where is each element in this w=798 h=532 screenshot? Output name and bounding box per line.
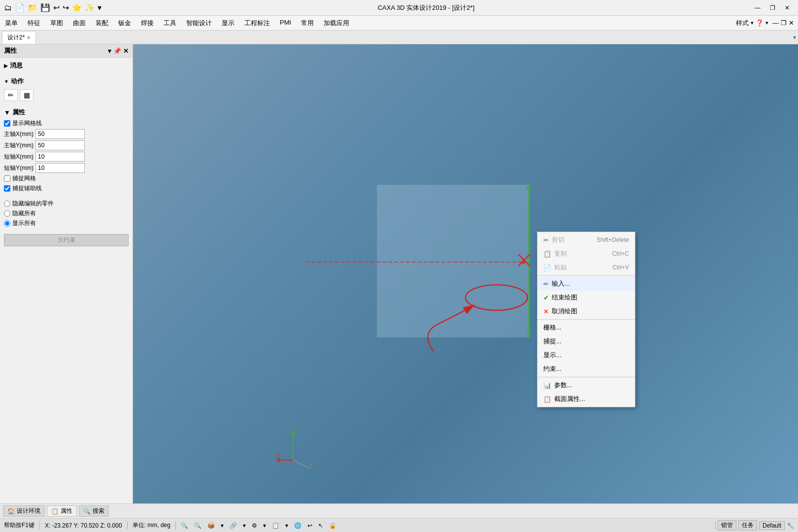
new-icon[interactable]: 📄: [15, 3, 25, 12]
ctx-sep3: [537, 377, 635, 377]
messages-label: 消息: [10, 61, 23, 70]
view-icon8[interactable]: ▾: [285, 522, 288, 529]
ctx-paste[interactable]: 📄 粘贴 Ctrl+V: [537, 261, 635, 274]
redo-icon[interactable]: ↪: [63, 3, 69, 12]
open-icon[interactable]: 📁: [28, 3, 37, 12]
ctx-params[interactable]: 📊 参数...: [537, 378, 635, 392]
left-panel: 属性 ▾ 📌 ✕ ▶ 消息 ▼ 动作 ✏ ▦: [0, 44, 133, 503]
dropdown-icon[interactable]: ▾: [98, 3, 101, 12]
tab-properties[interactable]: 📋 属性: [47, 505, 77, 517]
ctx-input[interactable]: ✏ 输入...: [537, 277, 635, 291]
tab-arrow-icon[interactable]: ▾: [793, 34, 796, 41]
cursor-icon[interactable]: ↖: [318, 522, 323, 529]
search-tab-icon: 🔍: [83, 508, 91, 515]
menu-hanjie[interactable]: 焊接: [136, 17, 159, 30]
menu-gongchibiaozhu[interactable]: 工程标注: [239, 17, 275, 30]
ctx-sep2: [537, 319, 635, 320]
ctx-constraint[interactable]: 约束...: [537, 362, 635, 376]
menu-caidan[interactable]: 菜单: [0, 17, 23, 30]
menu-caotu[interactable]: 草图: [45, 17, 68, 30]
view-icon5[interactable]: ⚙: [252, 522, 257, 529]
svg-text:Y: Y: [295, 426, 299, 433]
grid-action-icon[interactable]: ▦: [20, 89, 33, 101]
menu-qumian[interactable]: 曲面: [68, 17, 91, 30]
actions-header[interactable]: ▼ 动作: [0, 75, 133, 87]
tb-close-button[interactable]: ✕: [789, 19, 794, 27]
help-icon[interactable]: ❓: [756, 19, 764, 27]
help-dropdown-icon[interactable]: ▾: [765, 20, 768, 26]
ctx-display[interactable]: 显示...: [537, 348, 635, 362]
zoom-out-icon[interactable]: 🔍: [194, 522, 201, 529]
star-icon[interactable]: ⭐: [72, 3, 82, 12]
ctx-cut[interactable]: ✂ 剪切 Shift+Delete: [537, 233, 635, 247]
menu-tezheng[interactable]: 特征: [23, 17, 45, 30]
menu-changyong[interactable]: 常用: [296, 17, 319, 30]
constraint-button[interactable]: 欠约束: [4, 234, 129, 246]
show-all-radio[interactable]: [4, 220, 10, 227]
panel-dropdown-icon[interactable]: ▾: [108, 47, 111, 55]
menu-pmi[interactable]: PMI: [275, 17, 296, 30]
major-y-input[interactable]: [35, 140, 85, 150]
tb-minimize-button[interactable]: —: [772, 19, 779, 27]
menu-zhuangpei[interactable]: 装配: [91, 17, 113, 30]
minor-x-input[interactable]: [35, 152, 85, 162]
major-x-input[interactable]: [35, 129, 85, 139]
panel-pin-icon[interactable]: 📌: [113, 47, 121, 55]
save-icon[interactable]: 💾: [40, 3, 50, 12]
close-button[interactable]: ✕: [780, 2, 794, 13]
view-icon1[interactable]: 📦: [207, 522, 215, 529]
view-icon10[interactable]: ↩: [307, 522, 312, 529]
undo-icon[interactable]: ↩: [53, 3, 60, 12]
view-icon7[interactable]: 📋: [272, 522, 279, 529]
view-icon3[interactable]: 🔗: [230, 522, 237, 529]
ctx-cancel-sketch[interactable]: ✕ 取消绘图: [537, 304, 635, 318]
tab-design2[interactable]: 设计2* ✕: [2, 31, 36, 44]
ctx-grid[interactable]: 栅格...: [537, 321, 635, 334]
hide-editing-radio[interactable]: [4, 200, 10, 207]
minor-y-row: 短轴Y(mm): [4, 163, 129, 173]
lock-icon[interactable]: 🔒: [329, 522, 336, 529]
view-icon9[interactable]: 🌐: [294, 522, 301, 529]
ctx-snap[interactable]: 捕捉...: [537, 334, 635, 348]
ctx-section[interactable]: 📋 截面属性...: [537, 392, 635, 406]
show-grid-checkbox[interactable]: [4, 120, 10, 127]
messages-header[interactable]: ▶ 消息: [0, 60, 133, 71]
style-label[interactable]: 样式: [736, 19, 749, 28]
snap-guide-checkbox[interactable]: [4, 185, 10, 192]
lock-btn[interactable]: 锁管: [718, 520, 736, 531]
sparkle-icon[interactable]: ✨: [85, 3, 95, 12]
file-icon[interactable]: 🗂: [4, 3, 12, 12]
show-grid-row: 显示网格线: [4, 119, 129, 128]
attrs-title[interactable]: ▼ 属性: [4, 107, 129, 118]
view-icon4[interactable]: ▾: [243, 522, 246, 529]
hide-all-radio[interactable]: [4, 210, 10, 217]
minimize-button[interactable]: —: [751, 2, 765, 13]
actions-label: 动作: [11, 77, 24, 86]
panel-close-icon[interactable]: ✕: [123, 47, 129, 55]
edit-action-icon[interactable]: ✏: [4, 89, 18, 101]
restore-button[interactable]: ❐: [765, 2, 779, 13]
tb-restore-button[interactable]: ❐: [781, 19, 787, 27]
menu-gongju[interactable]: 工具: [159, 17, 181, 30]
tab-search[interactable]: 🔍 搜索: [79, 505, 109, 517]
view-icon6[interactable]: ▾: [263, 522, 266, 529]
menu-xianshi[interactable]: 显示: [217, 17, 239, 30]
panel-title: 属性: [4, 46, 17, 55]
ctx-end-sketch[interactable]: ✓ 结束绘图: [537, 291, 635, 304]
ctx-display-label: 显示...: [543, 351, 562, 360]
menu-zhinengsheji[interactable]: 智能设计: [181, 17, 217, 30]
status-right: 锁管 任务 Default 🔧: [715, 520, 794, 531]
snap-grid-checkbox[interactable]: [4, 175, 10, 182]
ctx-copy[interactable]: 📋 复制 Ctrl+C: [537, 247, 635, 261]
menu-banjin[interactable]: 钣金: [113, 17, 136, 30]
minor-y-input[interactable]: [35, 163, 85, 173]
view-icon2[interactable]: ▾: [221, 522, 224, 529]
tab-design-env[interactable]: 🏠 设计环境: [3, 505, 45, 517]
menu-jiazaiyingyong[interactable]: 加载应用: [319, 17, 354, 30]
task-btn[interactable]: 任务: [738, 520, 757, 531]
viewport[interactable]: ✂ 剪切 Shift+Delete 📋 复制 Ctrl+C 📄 粘贴 Ct: [133, 44, 798, 503]
style-dropdown-icon[interactable]: ▾: [751, 20, 754, 26]
zoom-in-icon[interactable]: 🔍: [181, 522, 188, 529]
default-btn[interactable]: Default: [759, 521, 785, 530]
tab-close-button[interactable]: ✕: [27, 35, 31, 40]
